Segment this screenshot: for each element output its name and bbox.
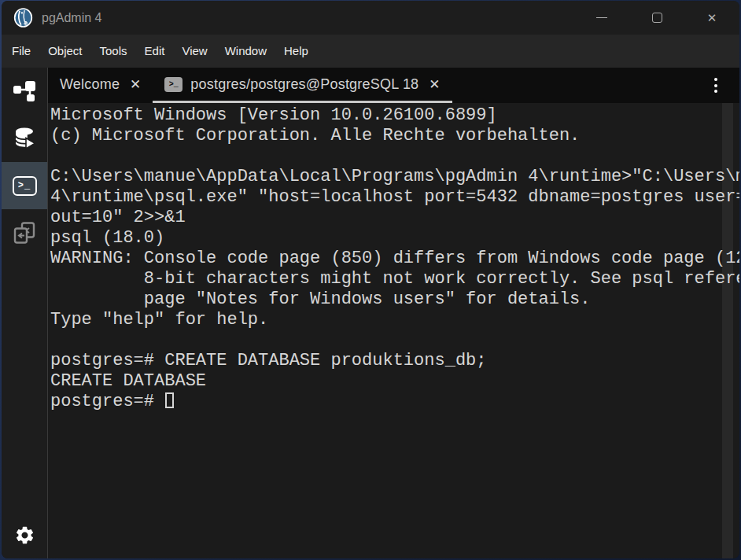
menu-bar: FileObjectToolsEditViewWindowHelp [2, 35, 739, 68]
sidebar-item-psql-tool[interactable]: >_ [2, 162, 47, 209]
tab-label: postgres/postgres@PostgreSQL 18 [190, 76, 418, 93]
window-title: pgAdmin 4 [42, 11, 102, 25]
tab[interactable]: >_ postgres/postgres@PostgreSQL 18 ✕ [153, 68, 452, 103]
menu-item[interactable]: Edit [136, 35, 174, 68]
menu-item[interactable]: Object [39, 35, 90, 68]
schema-diff-icon [13, 221, 36, 245]
menu-item[interactable]: Window [216, 35, 275, 68]
sidebar-item-query-tool[interactable] [2, 115, 47, 162]
database-play-icon [13, 127, 35, 150]
terminal-line: Type "help" for help. [50, 310, 739, 330]
terminal-line: psql (18.0) [50, 228, 739, 249]
terminal-line: out=10" 2>>&1 [50, 208, 739, 228]
menu-item[interactable]: File [3, 35, 39, 68]
title-bar: pgAdmin 4 ✕ [2, 1, 739, 35]
menu-item[interactable]: Tools [91, 35, 136, 68]
terminal-prompt-line: postgres=# [50, 392, 739, 412]
terminal-line: C:\Users\manue\AppData\Local\Programs\pg… [50, 167, 739, 187]
terminal-line [50, 330, 739, 351]
maximize-icon [652, 13, 662, 23]
tab-options-kebab-icon[interactable] [711, 75, 721, 96]
tab[interactable]: Welcome ✕ [48, 68, 153, 103]
sidebar-item-schema-diff[interactable] [2, 209, 47, 256]
terminal-prompt: postgres=# [50, 392, 164, 411]
close-icon: ✕ [707, 11, 717, 25]
minimize-icon [596, 17, 607, 18]
tree-icon [13, 80, 36, 102]
tab-bar: Welcome ✕ >_ postgres/postgres@PostgreSQ… [48, 68, 739, 103]
terminal-line: 8-bit characters might not work correctl… [50, 269, 739, 289]
pgadmin-window: pgAdmin 4 ✕ FileObjectToolsEditViewWindo… [2, 1, 739, 558]
sidebar-item-settings[interactable] [2, 511, 47, 558]
gear-icon [14, 525, 35, 546]
terminal-cursor [165, 392, 174, 408]
terminal-line: WARNING: Console code page (850) differs… [50, 249, 739, 269]
psql-terminal[interactable]: Microsoft Windows [Version 10.0.26100.68… [48, 103, 739, 558]
tab-close-icon[interactable]: ✕ [429, 76, 440, 93]
tabs: Welcome ✕ >_ postgres/postgres@PostgreSQ… [48, 68, 452, 103]
tab-label: Welcome [60, 76, 120, 93]
terminal-icon: >_ [13, 176, 37, 196]
workspace-sidebar: >_ [2, 68, 48, 558]
sidebar-item-object-explorer[interactable] [2, 68, 47, 115]
terminal-glyph: >_ [169, 80, 179, 89]
window-controls: ✕ [574, 1, 739, 35]
menu-item[interactable]: Help [275, 35, 317, 68]
terminal-line [50, 146, 739, 167]
terminal-line: postgres=# CREATE DATABASE produktions_d… [50, 351, 739, 371]
minimize-button[interactable] [574, 1, 629, 35]
maximize-button[interactable] [629, 1, 684, 35]
tab-close-icon[interactable]: ✕ [130, 76, 141, 93]
terminal-icon: >_ [164, 77, 182, 92]
terminal-line: Microsoft Windows [Version 10.0.26100.68… [50, 105, 739, 126]
terminal-line: CREATE DATABASE [50, 371, 739, 392]
menu-item[interactable]: View [173, 35, 216, 68]
terminal-scrollbar[interactable] [722, 103, 733, 558]
sidebar-spacer [2, 256, 47, 511]
close-button[interactable]: ✕ [684, 1, 739, 35]
pgadmin-elephant-logo [13, 7, 34, 28]
terminal-glyph: >_ [18, 180, 31, 191]
terminal-line: page "Notes for Windows users" for detai… [50, 289, 739, 310]
terminal-output: Microsoft Windows [Version 10.0.26100.68… [50, 105, 739, 392]
terminal-line: (c) Microsoft Corporation. Alle Rechte v… [50, 126, 739, 146]
terminal-line: 4\runtime\psql.exe" "host=localhost port… [50, 187, 739, 208]
